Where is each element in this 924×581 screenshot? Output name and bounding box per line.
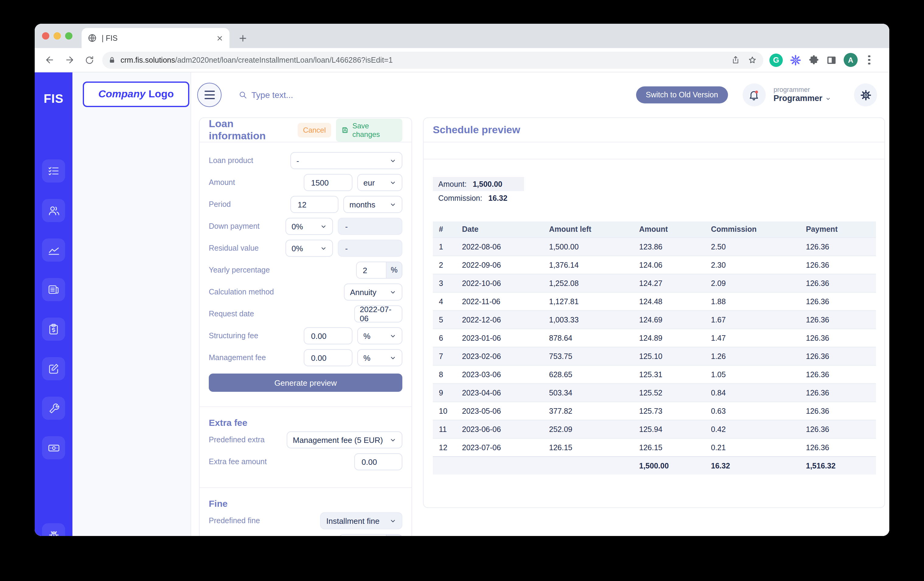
- period-unit-select[interactable]: months: [343, 196, 403, 213]
- table-cell: 124.89: [633, 329, 705, 347]
- sidebar-item-payments[interactable]: [42, 436, 65, 459]
- totals-payment: 1,516.32: [800, 457, 876, 474]
- predefined-fine-select[interactable]: Installment fine: [320, 512, 403, 529]
- settings-button[interactable]: [854, 83, 877, 107]
- table-row: 112023-06-06252.09125.940.42126.36: [433, 420, 876, 438]
- table-cell: 126.36: [800, 292, 876, 311]
- sidebar-item-invoices[interactable]: [42, 318, 65, 341]
- col-header-commission: Commission: [705, 221, 800, 237]
- table-row: 122023-07-06126.15126.150.21126.36: [433, 438, 876, 457]
- table-cell: 124.27: [633, 274, 705, 292]
- table-cell: 1.67: [705, 311, 800, 329]
- table-cell: 7: [433, 347, 456, 365]
- predefined-fine-value: Installment fine: [326, 516, 380, 525]
- schedule-totals-row: 1,500.00 16.32 1,516.32: [433, 457, 876, 474]
- table-cell: 124.69: [633, 311, 705, 329]
- address-bar[interactable]: crm.fis.solutions/adm2020net/loan/create…: [102, 51, 763, 68]
- calculation-method-value: Annuity: [350, 288, 376, 296]
- table-cell: 0.21: [705, 438, 800, 457]
- table-cell: 124.48: [633, 292, 705, 311]
- chevron-down-icon: [389, 436, 396, 443]
- switch-to-old-version-button[interactable]: Switch to Old Version: [636, 86, 728, 104]
- sidebar-item-tasks[interactable]: [42, 160, 65, 183]
- zoom-window-button[interactable]: [65, 32, 73, 40]
- loan-product-select[interactable]: -: [290, 152, 403, 169]
- table-cell: 1.88: [705, 292, 800, 311]
- minimize-window-button[interactable]: [54, 32, 61, 40]
- chevron-down-icon: [389, 289, 396, 295]
- section-divider: [200, 487, 411, 488]
- back-button[interactable]: [41, 51, 58, 68]
- table-row: 12022-08-061,500.00123.862.50126.36: [433, 237, 876, 256]
- table-row: 52022-12-061,003.33124.691.67126.36: [433, 311, 876, 329]
- period-label: Period: [209, 200, 231, 209]
- table-cell: 252.09: [543, 420, 633, 438]
- starburst-extension-icon[interactable]: [789, 54, 802, 66]
- yearly-percentage-input[interactable]: 2: [357, 262, 386, 278]
- browser-menu-icon[interactable]: [865, 55, 874, 64]
- user-menu[interactable]: programmer Programmer: [773, 86, 831, 104]
- sidebar-item-tools[interactable]: [42, 397, 65, 420]
- table-cell: 2023-04-06: [456, 383, 543, 402]
- residual-value-label: Residual value: [209, 244, 259, 252]
- save-changes-button[interactable]: Save changes: [336, 119, 403, 142]
- side-panel-icon[interactable]: [826, 54, 837, 66]
- sidebar-item-reports[interactable]: [42, 239, 65, 262]
- totals-empty: [543, 457, 633, 474]
- loan-product-label: Loan product: [209, 156, 253, 165]
- residual-percent-select[interactable]: 0%: [285, 240, 333, 257]
- extensions-puzzle-icon[interactable]: [808, 54, 819, 66]
- loan-information-card: Loan information Cancel Save changes Loa…: [199, 117, 412, 536]
- window-controls[interactable]: [42, 32, 73, 40]
- predefined-fine-row: Predefined fine Installment fine: [209, 510, 403, 532]
- sidebar-item-news[interactable]: [42, 278, 65, 301]
- table-cell: 2022-09-06: [456, 256, 543, 274]
- sidebar-item-debug[interactable]: [42, 523, 65, 536]
- table-cell: 377.82: [543, 402, 633, 420]
- down-payment-row: Down payment 0% -: [209, 216, 403, 237]
- generate-preview-button[interactable]: Generate preview: [209, 374, 403, 392]
- yearly-percentage-suffix: %: [386, 262, 402, 278]
- period-input[interactable]: 12: [290, 196, 338, 213]
- management-fee-input[interactable]: 0.00: [304, 349, 352, 366]
- forward-button[interactable]: [61, 51, 78, 68]
- amount-input[interactable]: 1500: [304, 174, 352, 191]
- grammarly-extension-icon[interactable]: G: [769, 53, 783, 67]
- browser-profile-avatar[interactable]: A: [844, 53, 858, 67]
- predefined-extra-select[interactable]: Management fee (5 EUR): [287, 431, 403, 448]
- currency-select[interactable]: eur: [357, 174, 403, 191]
- sidebar-item-customers[interactable]: [42, 199, 65, 222]
- down-payment-percent-select[interactable]: 0%: [285, 218, 333, 235]
- amount-row: Amount 1500 eur: [209, 171, 403, 193]
- request-date-input[interactable]: 2022-07-06: [354, 305, 403, 323]
- notifications-button[interactable]: [742, 83, 766, 107]
- close-window-button[interactable]: [42, 32, 49, 40]
- fine-percentage-input[interactable]: 5: [340, 535, 386, 536]
- bookmark-star-icon[interactable]: [747, 55, 757, 65]
- global-search[interactable]: Type text...: [239, 90, 293, 100]
- loan-card-title: Loan information: [209, 118, 290, 142]
- table-cell: 2.50: [705, 237, 800, 256]
- plus-icon: [239, 34, 247, 43]
- menu-hamburger-button[interactable]: [197, 83, 221, 107]
- col-header-amount: Amount: [633, 221, 705, 237]
- screen: | FIS crm.fis.solutions/adm2020net/loan/…: [0, 0, 924, 581]
- cancel-button[interactable]: Cancel: [298, 123, 332, 137]
- calculation-method-select[interactable]: Annuity: [344, 283, 403, 301]
- new-tab-button[interactable]: [236, 31, 250, 46]
- close-tab-icon[interactable]: [216, 35, 223, 42]
- chevron-down-icon: [389, 354, 396, 361]
- structuring-fee-input[interactable]: 0.00: [304, 327, 352, 344]
- omnibox-actions: [731, 55, 757, 65]
- structuring-fee-unit-select[interactable]: %: [357, 327, 403, 344]
- share-icon[interactable]: [731, 55, 740, 64]
- loan-product-row: Loan product -: [209, 150, 403, 171]
- browser-tab[interactable]: | FIS: [82, 28, 229, 48]
- management-fee-unit-select[interactable]: %: [357, 349, 403, 366]
- extra-fee-amount-input[interactable]: 0.00: [354, 453, 403, 470]
- sidebar-item-edit[interactable]: [42, 357, 65, 380]
- refresh-button[interactable]: [81, 51, 98, 68]
- table-cell: 2022-08-06: [456, 237, 543, 256]
- extra-fee-title: Extra fee: [209, 416, 403, 429]
- schedule-toolbar-strip: [424, 142, 884, 160]
